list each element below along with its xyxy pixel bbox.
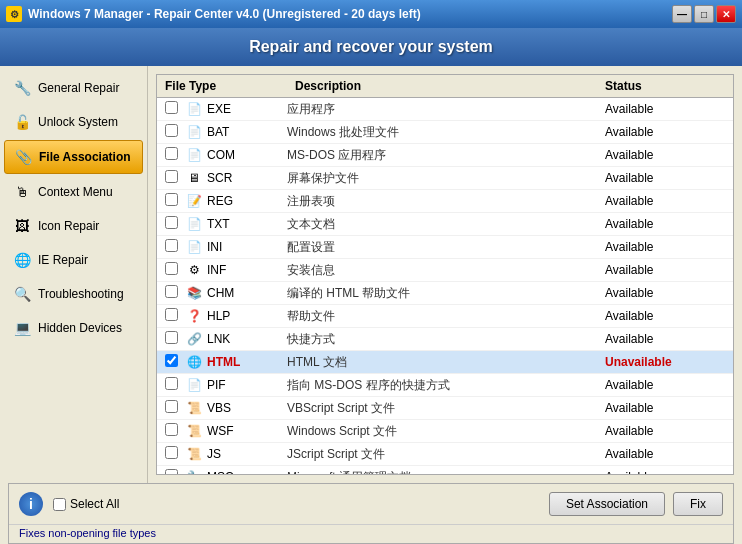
table-row[interactable]: 📄PIF指向 MS-DOS 程序的快捷方式Available [157,374,733,397]
maximize-button[interactable]: □ [694,5,714,23]
table-row[interactable]: 🖥SCR屏幕保护文件Available [157,167,733,190]
table-header: File Type Description Status [157,75,733,98]
table-row[interactable]: 📄TXT文本文档Available [157,213,733,236]
file-association-icon: 📎 [13,147,33,167]
table-row[interactable]: 🔧MSCMicrosoft 通用管理文档Available [157,466,733,474]
header-title: Repair and recover your system [249,38,493,55]
row-status: Available [605,125,725,139]
sidebar-item-icon-repair[interactable]: 🖼 Icon Repair [4,210,143,242]
table-row[interactable]: 📄BATWindows 批处理文件Available [157,121,733,144]
file-type-icon: 📄 [185,123,203,141]
column-filetype: File Type [165,79,295,93]
sidebar-item-file-association[interactable]: 📎 File Association [4,140,143,174]
sidebar-item-ie-repair[interactable]: 🌐 IE Repair [4,244,143,276]
table-row[interactable]: 📄EXE应用程序Available [157,98,733,121]
row-status: Available [605,447,725,461]
table-row[interactable]: 📄INI配置设置Available [157,236,733,259]
hint-text: Fixes non-opening file types [19,527,156,539]
file-type-icon: ❓ [185,307,203,325]
row-description: 应用程序 [287,101,605,118]
file-type-icon: 📄 [185,100,203,118]
row-checkbox[interactable] [165,101,178,114]
file-type-icon: 📄 [185,146,203,164]
row-checkbox[interactable] [165,239,178,252]
select-all-checkbox[interactable] [53,498,66,511]
row-checkbox[interactable] [165,400,178,413]
info-icon: i [19,492,43,516]
column-status: Status [605,79,725,93]
table-row[interactable]: ❓HLP帮助文件Available [157,305,733,328]
row-description: Windows 批处理文件 [287,124,605,141]
row-checkbox[interactable] [165,354,178,367]
file-type-icon: 📝 [185,192,203,210]
row-status: Available [605,309,725,323]
row-filetype: VBS [207,401,287,415]
row-checkbox[interactable] [165,285,178,298]
row-filetype: SCR [207,171,287,185]
file-type-icon: 🔧 [185,468,203,474]
select-all-container: Select All [53,497,119,511]
row-checkbox[interactable] [165,469,178,474]
row-status: Available [605,217,725,231]
sidebar-label-unlock-system: Unlock System [38,115,118,129]
table-row[interactable]: 📚CHM编译的 HTML 帮助文件Available [157,282,733,305]
row-checkbox[interactable] [165,262,178,275]
troubleshooting-icon: 🔍 [12,284,32,304]
table-row[interactable]: 🔗LNK快捷方式Available [157,328,733,351]
file-type-icon: 🖥 [185,169,203,187]
row-checkbox[interactable] [165,308,178,321]
row-checkbox[interactable] [165,377,178,390]
table-row[interactable]: 📜WSFWindows Script 文件Available [157,420,733,443]
row-description: 配置设置 [287,239,605,256]
row-status: Unavailable [605,355,725,369]
main-panel: File Type Description Status 📄EXE应用程序Ava… [156,74,734,475]
table-body: 📄EXE应用程序Available📄BATWindows 批处理文件Availa… [157,98,733,474]
sidebar-label-hidden-devices: Hidden Devices [38,321,122,335]
table-row[interactable]: 🌐HTMLHTML 文档Unavailable [157,351,733,374]
row-status: Available [605,470,725,474]
row-checkbox[interactable] [165,193,178,206]
row-checkbox[interactable] [165,147,178,160]
row-checkbox[interactable] [165,446,178,459]
window-controls: — □ ✕ [672,5,736,23]
row-filetype: EXE [207,102,287,116]
sidebar-item-troubleshooting[interactable]: 🔍 Troubleshooting [4,278,143,310]
close-button[interactable]: ✕ [716,5,736,23]
table-row[interactable]: ⚙INF安装信息Available [157,259,733,282]
sidebar-label-ie-repair: IE Repair [38,253,88,267]
row-checkbox[interactable] [165,331,178,344]
file-type-icon: 🔗 [185,330,203,348]
row-filetype: MSC [207,470,287,474]
row-description: HTML 文档 [287,354,605,371]
file-type-icon: 📄 [185,215,203,233]
table-row[interactable]: 📝REG注册表项Available [157,190,733,213]
row-status: Available [605,148,725,162]
row-filetype: WSF [207,424,287,438]
sidebar-item-general-repair[interactable]: 🔧 General Repair [4,72,143,104]
table-row[interactable]: 📜JSJScript Script 文件Available [157,443,733,466]
sidebar-item-hidden-devices[interactable]: 💻 Hidden Devices [4,312,143,344]
file-type-icon: 📄 [185,376,203,394]
row-checkbox[interactable] [165,423,178,436]
sidebar-label-general-repair: General Repair [38,81,119,95]
row-filetype: TXT [207,217,287,231]
row-checkbox[interactable] [165,216,178,229]
table-row[interactable]: 📄COMMS-DOS 应用程序Available [157,144,733,167]
sidebar-item-context-menu[interactable]: 🖱 Context Menu [4,176,143,208]
row-status: Available [605,378,725,392]
row-filetype: HTML [207,355,287,369]
row-filetype: COM [207,148,287,162]
icon-repair-icon: 🖼 [12,216,32,236]
set-association-button[interactable]: Set Association [549,492,665,516]
row-checkbox[interactable] [165,124,178,137]
row-description: Microsoft 通用管理文档 [287,469,605,475]
minimize-button[interactable]: — [672,5,692,23]
row-checkbox[interactable] [165,170,178,183]
table-row[interactable]: 📜VBSVBScript Script 文件Available [157,397,733,420]
window-title: Windows 7 Manager - Repair Center v4.0 (… [28,7,672,21]
row-description: 文本文档 [287,216,605,233]
file-type-icon: 📄 [185,238,203,256]
sidebar-item-unlock-system[interactable]: 🔓 Unlock System [4,106,143,138]
row-status: Available [605,332,725,346]
fix-button[interactable]: Fix [673,492,723,516]
